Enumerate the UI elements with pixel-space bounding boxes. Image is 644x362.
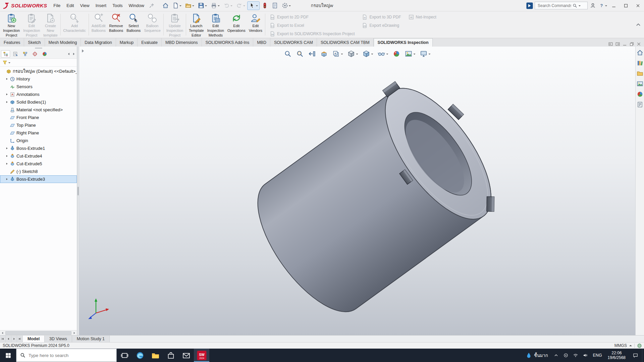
menu-insert[interactable]: Insert <box>93 2 110 9</box>
edge-taskbar-button[interactable] <box>132 349 148 362</box>
login-button[interactable] <box>588 1 598 10</box>
options-button[interactable] <box>280 1 292 10</box>
redo-button[interactable] <box>234 1 247 10</box>
tab-mbd-dimensions[interactable]: MBD Dimensions <box>162 38 202 47</box>
tree-item-sketch8[interactable]: (-) Sketch8 <box>0 168 77 175</box>
close-window-button[interactable] <box>636 42 641 47</box>
select-button[interactable] <box>247 1 260 10</box>
weather-widget[interactable]: ชื้นมาก <box>523 349 551 362</box>
tree-item-sensors[interactable]: Sensors <box>0 83 77 90</box>
select-balloons-button[interactable]: SelectBalloons <box>125 12 142 37</box>
tab-scroll-prev-button[interactable] <box>6 336 11 342</box>
tray-status-button[interactable] <box>561 349 571 362</box>
tree-item-material-not-specified[interactable]: Material <not specified> <box>0 106 77 114</box>
panel-tab-configurationmanager[interactable] <box>20 50 30 58</box>
previous-view-button[interactable] <box>308 49 317 58</box>
launch-template-editor-button[interactable]: LaunchTemplateEditor <box>187 12 206 37</box>
edit-appearance-button[interactable] <box>392 49 401 58</box>
menu-edit[interactable]: Edit <box>63 2 77 9</box>
expand-arrow-icon[interactable] <box>5 146 9 150</box>
rebuild-button[interactable] <box>260 1 270 10</box>
tree-item-solid-bodies-1[interactable]: Solid Bodies(1) <box>0 98 77 106</box>
tab-solidworks-inspection[interactable]: SOLIDWORKS Inspection <box>374 38 433 47</box>
tree-item-annotations[interactable]: AAnnotations <box>0 90 77 98</box>
start-button[interactable] <box>0 349 16 362</box>
panel-tab-dimxpertmanager[interactable] <box>30 50 39 58</box>
print-caret-icon[interactable] <box>218 5 220 7</box>
language-indicator[interactable]: ENG <box>590 349 605 362</box>
dynamic-annotation-views-caret-icon[interactable] <box>341 54 343 56</box>
tab-features[interactable]: Features <box>0 38 24 47</box>
clock[interactable]: 22:06 19/6/2568 <box>605 349 629 362</box>
menu-window[interactable]: Window <box>126 2 147 9</box>
scroll-right-button[interactable] <box>72 330 77 336</box>
undo-caret-icon[interactable] <box>230 5 232 7</box>
view-orientation-button[interactable] <box>347 49 359 58</box>
search-scope-icon[interactable] <box>526 2 533 9</box>
tree-item-front-plane[interactable]: Front Plane <box>0 114 77 121</box>
custom-properties-icon[interactable] <box>637 101 643 108</box>
edit-inspection-methods-button[interactable]: EditInspectionMethods <box>206 12 226 37</box>
save-caret-icon[interactable] <box>205 5 207 7</box>
file-explorer-taskbar-button[interactable] <box>148 349 163 362</box>
view-orientation-caret-icon[interactable] <box>356 54 358 56</box>
minimize-window-button[interactable] <box>622 42 627 47</box>
panel-tab-displaymanager[interactable] <box>40 50 49 58</box>
pin-menu-icon[interactable] <box>148 2 155 9</box>
units-label[interactable]: MMGS <box>614 343 627 348</box>
close-button[interactable] <box>632 0 644 11</box>
tab-scroll-first-button[interactable] <box>0 336 6 342</box>
zoom-area-button[interactable] <box>296 49 305 58</box>
tab-scroll-next-button[interactable] <box>11 336 17 342</box>
edit-vendors-button[interactable]: EditVendors <box>247 12 264 37</box>
new-document-button[interactable] <box>171 1 183 10</box>
taskbar-search[interactable] <box>16 349 117 362</box>
command-search[interactable] <box>535 2 588 9</box>
tree-item-boss-extrude1[interactable]: Boss-Extrude1 <box>0 144 77 152</box>
tab-solidworks-cam[interactable]: SOLIDWORKS CAM <box>270 38 317 47</box>
globe-status-icon[interactable] <box>637 343 642 348</box>
home-icon[interactable] <box>637 49 643 56</box>
open-caret-icon[interactable] <box>192 5 194 7</box>
tab-markup[interactable]: Markup <box>116 38 138 47</box>
tree-horizontal-scrollbar[interactable] <box>0 330 77 335</box>
display-style-caret-icon[interactable] <box>371 54 373 56</box>
doc-tab-3d-views[interactable]: 3D Views <box>45 336 72 342</box>
tab-solidworks-cam-tbm[interactable]: SOLIDWORKS CAM TBM <box>317 38 374 47</box>
maximize-button[interactable] <box>620 0 632 11</box>
minimize-button[interactable] <box>608 0 620 11</box>
panel-tab-propertymanager[interactable] <box>11 50 20 58</box>
solidworks-taskbar-button[interactable]: SW2024 <box>194 349 209 362</box>
hide-show-items-button[interactable] <box>377 49 389 58</box>
tree-item-cut-extrude5[interactable]: Cut-Extrude5 <box>0 160 77 168</box>
appearances-icon[interactable] <box>637 91 643 98</box>
edit-operations-button[interactable]: EditOperations <box>226 12 247 37</box>
new-inspection-project-button[interactable]: NewInspectionProject <box>1 12 21 37</box>
view-palette-icon[interactable] <box>637 80 643 87</box>
hide-show-items-caret-icon[interactable] <box>386 54 388 56</box>
display-style-button[interactable] <box>362 49 374 58</box>
next-window-window-button[interactable] <box>615 42 620 47</box>
show-desktop-button[interactable] <box>642 349 644 362</box>
save-button[interactable] <box>196 1 209 10</box>
ribbon-collapse-button[interactable] <box>635 22 641 28</box>
help-button[interactable]: ? <box>598 1 608 10</box>
tab-solidworks-add-ins[interactable]: SOLIDWORKS Add-Ins <box>202 38 254 47</box>
view-settings-caret-icon[interactable] <box>429 54 431 56</box>
tree-item-origin[interactable]: Origin <box>0 137 77 144</box>
tree-item-right-plane[interactable]: Right Plane <box>0 129 77 137</box>
file-properties-button[interactable] <box>270 1 280 10</box>
apply-scene-button[interactable] <box>404 49 416 58</box>
tab-data-migration[interactable]: Data Migration <box>81 38 116 47</box>
expand-arrow-icon[interactable] <box>5 177 9 181</box>
section-view-button[interactable] <box>320 49 329 58</box>
units-caret-icon[interactable] <box>629 344 632 346</box>
graphics-viewport[interactable]: A <box>79 47 635 335</box>
view-settings-button[interactable] <box>419 49 431 58</box>
expand-arrow-icon[interactable] <box>5 77 9 81</box>
tree-item-history[interactable]: History <box>0 75 77 83</box>
new-document-caret-icon[interactable] <box>179 5 181 7</box>
redo-caret-icon[interactable] <box>243 5 245 7</box>
action-center-button[interactable] <box>629 349 642 362</box>
previous-window-window-button[interactable] <box>608 42 613 47</box>
